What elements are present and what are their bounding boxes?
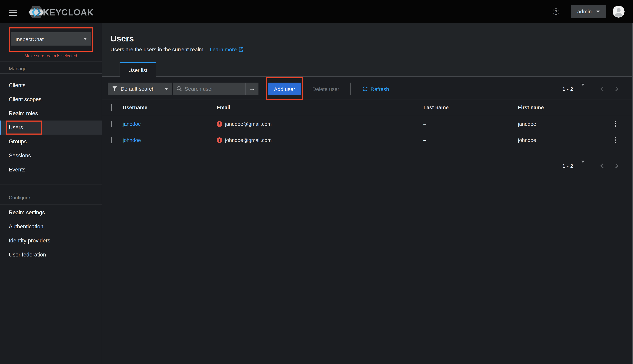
sidebar-item-user-federation[interactable]: User federation xyxy=(0,248,102,262)
pagination-range-label: 1 - 2 xyxy=(562,163,573,169)
masthead: KEYCLOAK ? admin xyxy=(0,0,633,23)
nav-list-configure: Realm settings Authentication Identity p… xyxy=(0,206,102,262)
learn-more-link[interactable]: Learn more xyxy=(210,46,243,52)
page-description-text: Users are the users in the current realm… xyxy=(110,46,205,52)
tab-bar: User list xyxy=(102,62,633,76)
row-kebab-menu[interactable] xyxy=(612,137,620,143)
row-checkbox[interactable] xyxy=(111,137,112,143)
realm-selector-value: InspectChat xyxy=(16,36,44,42)
hamburger-menu-icon[interactable] xyxy=(9,10,17,16)
pagination-top: 1 - 2 xyxy=(562,82,619,95)
chevron-left-icon xyxy=(600,86,604,92)
search-submit-button[interactable]: → xyxy=(245,82,258,95)
select-all-checkbox[interactable] xyxy=(111,104,112,111)
keycloak-admin-console: KEYCLOAK ? admin InspectChat xyxy=(0,0,633,364)
external-link-icon xyxy=(238,47,243,52)
chevron-left-icon xyxy=(600,163,604,169)
refresh-icon xyxy=(362,86,368,92)
sidebar-item-events[interactable]: Events xyxy=(0,163,102,177)
email-unverified-warning-icon: ! xyxy=(217,121,222,127)
email-value: johndoe@gmail.com xyxy=(225,137,272,143)
user-menu-dropdown[interactable]: admin xyxy=(571,5,606,18)
nav-section-manage: Manage xyxy=(0,62,102,74)
sidebar-item-identity-providers[interactable]: Identity providers xyxy=(0,234,102,248)
row-checkbox[interactable] xyxy=(111,121,112,127)
sidebar-item-client-scopes[interactable]: Client scopes xyxy=(0,92,102,106)
sidebar: InspectChat Make sure realm is selected … xyxy=(0,23,102,364)
table-header-row: Username Email Last name First name xyxy=(102,100,633,116)
divider xyxy=(0,74,102,74)
delete-user-button[interactable]: Delete user xyxy=(312,82,339,95)
table-row: johndoe ! johndoe@gmail.com – johndoe xyxy=(102,132,633,148)
realm-selector[interactable]: InspectChat xyxy=(11,32,91,46)
help-icon[interactable]: ? xyxy=(553,8,559,15)
chevron-down-icon xyxy=(581,160,584,169)
column-header-last-name: Last name xyxy=(423,105,518,110)
email-value: janedoe@gmail.com xyxy=(225,121,272,127)
search-type-dropdown[interactable]: Default search xyxy=(108,82,172,95)
chevron-down-icon xyxy=(581,84,584,92)
email-unverified-warning-icon: ! xyxy=(217,137,222,143)
sidebar-item-authentication[interactable]: Authentication xyxy=(0,220,102,234)
refresh-button[interactable]: Refresh xyxy=(362,82,389,95)
last-name-value: – xyxy=(423,137,518,143)
keycloak-logo: KEYCLOAK xyxy=(28,5,94,19)
sidebar-item-groups[interactable]: Groups xyxy=(0,134,102,148)
pagination-options-toggle[interactable] xyxy=(579,161,586,170)
realm-selector-annotation-box: InspectChat xyxy=(9,28,93,52)
username-link[interactable]: johndoe xyxy=(123,137,141,143)
sidebar-item-users[interactable]: Users xyxy=(0,120,102,134)
column-header-username: Username xyxy=(123,105,217,110)
nav-section-configure: Configure xyxy=(0,184,102,204)
sidebar-item-clients[interactable]: Clients xyxy=(0,78,102,92)
pagination-bottom: 1 - 2 xyxy=(102,159,633,173)
chevron-down-icon xyxy=(597,10,600,12)
pagination-options-toggle[interactable] xyxy=(579,84,586,94)
realm-annotation-text: Make sure realm is selected xyxy=(0,54,102,58)
chevron-right-icon xyxy=(615,86,619,92)
filter-icon xyxy=(113,86,117,91)
user-menu-label: admin xyxy=(577,8,592,14)
row-kebab-menu[interactable] xyxy=(612,121,620,127)
next-page-button[interactable] xyxy=(615,86,619,92)
add-user-annotation-box: Add user xyxy=(266,77,303,100)
sidebar-item-sessions[interactable]: Sessions xyxy=(0,148,102,163)
sidebar-item-realm-settings[interactable]: Realm settings xyxy=(0,206,102,220)
keycloak-hexagon-icon xyxy=(28,5,44,19)
first-name-value: janedoe xyxy=(518,121,612,127)
last-name-value: – xyxy=(423,121,518,127)
avatar[interactable] xyxy=(612,6,624,18)
page-description: Users are the users in the current realm… xyxy=(110,46,624,52)
brand-text: KEYCLOAK xyxy=(43,7,94,18)
search-user-input[interactable] xyxy=(185,86,237,92)
chevron-right-icon xyxy=(615,163,619,169)
masthead-actions: ? admin xyxy=(553,5,624,18)
chevron-down-icon xyxy=(83,38,87,40)
tab-user-list[interactable]: User list xyxy=(120,62,156,76)
divider xyxy=(350,82,351,95)
main-content: Users Users are the users in the current… xyxy=(102,23,633,364)
toolbar: Default search → Add user Delete user xyxy=(102,76,633,100)
column-header-first-name: First name xyxy=(518,105,612,110)
add-user-button[interactable]: Add user xyxy=(268,82,301,95)
avatar-icon xyxy=(612,6,624,18)
divider xyxy=(0,204,102,204)
nav-list-manage: Clients Client scopes Realm roles Users … xyxy=(0,78,102,177)
previous-page-button[interactable] xyxy=(600,163,604,169)
next-page-button[interactable] xyxy=(615,163,619,169)
users-annotation-box: Users xyxy=(6,120,42,134)
column-header-email: Email xyxy=(217,105,423,110)
vertical-scrollbar[interactable] xyxy=(632,23,633,364)
username-link[interactable]: janedoe xyxy=(123,121,141,127)
page-header: Users Users are the users in the current… xyxy=(102,23,633,76)
chevron-down-icon xyxy=(165,88,168,90)
pagination-range-label: 1 - 2 xyxy=(562,86,573,92)
users-table: Username Email Last name First name jane… xyxy=(102,100,633,148)
search-icon xyxy=(177,86,182,91)
page-title: Users xyxy=(110,34,624,44)
sidebar-item-realm-roles[interactable]: Realm roles xyxy=(0,106,102,120)
first-name-value: johndoe xyxy=(518,137,612,143)
table-row: janedoe ! janedoe@gmail.com – janedoe xyxy=(102,116,633,132)
previous-page-button[interactable] xyxy=(600,86,604,92)
search-user-box xyxy=(173,82,245,95)
